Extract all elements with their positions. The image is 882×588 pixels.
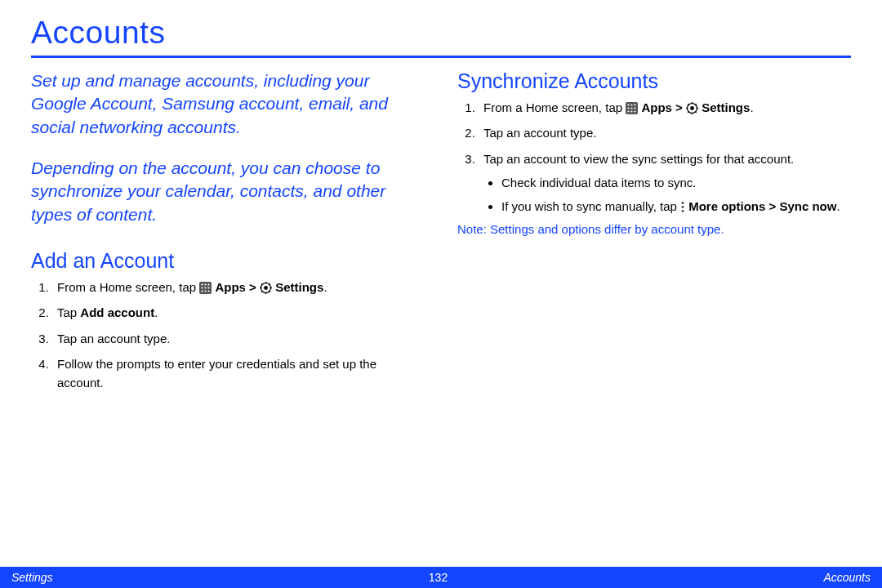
two-column-layout: Set up and manage accounts, including yo… (31, 69, 851, 399)
svg-point-41 (682, 206, 684, 208)
text: From a Home screen, tap (483, 100, 626, 114)
svg-point-5 (205, 287, 207, 288)
sync-steps: From a Home screen, tap Apps > (457, 98, 851, 216)
svg-point-4 (202, 287, 203, 288)
apps-label: Apps > (215, 280, 260, 294)
sync-step-2: Tap an account type. (479, 123, 851, 142)
text: From a Home screen, tap (57, 280, 199, 294)
svg-point-22 (631, 104, 633, 105)
page-title: Accounts (31, 15, 851, 51)
svg-line-39 (688, 111, 689, 113)
sync-bullets: Check individual data items to sync. If … (483, 173, 851, 216)
svg-line-17 (269, 291, 270, 292)
more-options-icon (680, 201, 685, 213)
title-rule (31, 56, 851, 58)
svg-point-28 (631, 110, 633, 112)
add-account-steps: From a Home screen, tap Apps > (31, 278, 425, 392)
svg-point-40 (682, 202, 684, 204)
add-step-4: Follow the prompts to enter your credent… (52, 354, 425, 393)
svg-point-6 (208, 287, 210, 288)
svg-line-18 (269, 283, 270, 285)
text: Tap an account to view the sync settings… (483, 152, 794, 166)
text: . (836, 199, 840, 213)
footer-right: Accounts (823, 571, 871, 584)
page-footer: Settings 132 Accounts (0, 567, 882, 588)
svg-point-8 (205, 290, 207, 292)
text: . (750, 100, 753, 114)
apps-grid-icon (199, 282, 212, 294)
settings-gear-icon (260, 282, 272, 294)
note-label: Note (457, 222, 483, 236)
svg-point-24 (628, 107, 630, 109)
svg-line-38 (695, 104, 697, 105)
svg-point-26 (635, 107, 636, 109)
svg-point-23 (635, 104, 636, 105)
apps-grid-icon (626, 102, 638, 114)
svg-point-9 (208, 290, 210, 292)
left-column: Set up and manage accounts, including yo… (31, 69, 425, 399)
add-step-1: From a Home screen, tap Apps > (52, 278, 425, 296)
intro-p2: Depending on the account, you can choose… (31, 157, 425, 226)
bold-text: More options > Sync now (688, 199, 836, 213)
svg-point-1 (202, 283, 203, 285)
sync-step-3: Tap an account to view the sync settings… (479, 149, 851, 216)
svg-point-31 (690, 106, 694, 110)
svg-point-29 (635, 110, 636, 112)
sync-bullet-1: Check individual data items to sync. (501, 173, 851, 192)
svg-point-25 (631, 107, 633, 109)
sync-step-1: From a Home screen, tap Apps > (479, 98, 851, 117)
svg-point-7 (202, 290, 203, 292)
right-column: Synchronize Accounts From a Home screen,… (457, 69, 851, 399)
text: . (154, 305, 158, 319)
sync-heading: Synchronize Accounts (457, 69, 851, 93)
svg-point-21 (628, 104, 630, 105)
note-text: : Settings and options differ by account… (483, 222, 724, 236)
svg-line-36 (688, 104, 689, 105)
svg-point-27 (628, 110, 630, 112)
apps-label: Apps > (641, 100, 686, 114)
text: . (323, 280, 327, 294)
intro-text: Set up and manage accounts, including yo… (31, 69, 425, 226)
add-step-3: Tap an account type. (52, 329, 425, 348)
svg-point-2 (205, 283, 207, 285)
add-account-heading: Add an Account (31, 249, 425, 273)
text: If you wish to sync manually, tap (501, 199, 680, 213)
footer-left: Settings (11, 571, 53, 584)
svg-line-19 (261, 291, 263, 292)
add-step-2: Tap Add account. (52, 303, 425, 322)
svg-point-3 (208, 283, 210, 285)
text: Tap (57, 305, 80, 319)
sync-bullet-2: If you wish to sync manually, tap More o… (501, 197, 851, 216)
svg-point-42 (682, 210, 684, 212)
settings-label: Settings (702, 100, 750, 114)
footer-page-number: 132 (429, 571, 448, 584)
svg-point-11 (264, 286, 268, 290)
svg-line-16 (261, 283, 263, 285)
settings-gear-icon (686, 102, 698, 114)
note: Note: Settings and options differ by acc… (457, 222, 851, 236)
settings-label: Settings (275, 280, 323, 294)
bold-text: Add account (80, 305, 154, 319)
svg-line-37 (695, 111, 697, 113)
intro-p1: Set up and manage accounts, including yo… (31, 69, 425, 139)
manual-page: Accounts Set up and manage accounts, inc… (0, 0, 882, 588)
